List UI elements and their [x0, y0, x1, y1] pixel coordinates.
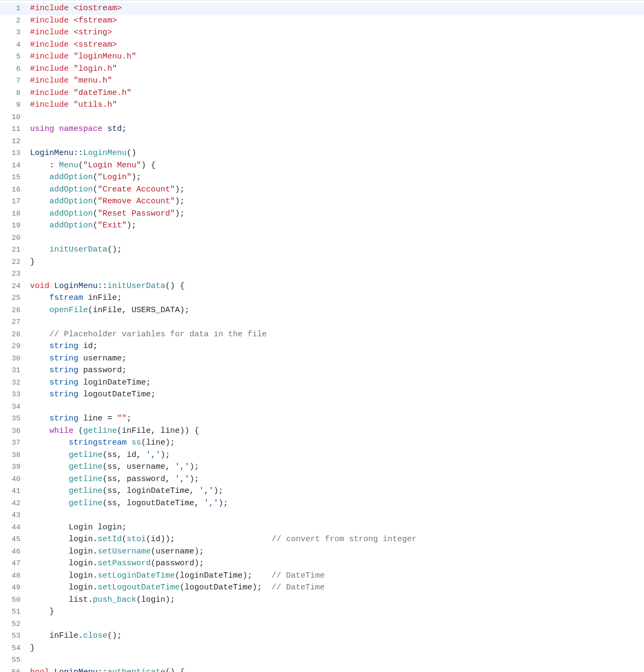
- code-line[interactable]: LoginMenu::LoginMenu(): [28, 147, 644, 160]
- code-line[interactable]: login.setPassword(password);: [28, 558, 644, 570]
- line-number-gutter: 1234567891011121314151617181920212223242…: [0, 1, 28, 672]
- code-line[interactable]: login.setUsername(username);: [28, 546, 644, 558]
- code-line[interactable]: #include "dateTime.h": [28, 87, 644, 100]
- code-token: ',': [175, 462, 189, 471]
- code-line[interactable]: string password;: [28, 365, 644, 377]
- code-line[interactable]: addOption("Reset Password");: [28, 208, 644, 220]
- code-token: [30, 209, 49, 218]
- code-token: [30, 306, 49, 315]
- code-token: LoginMenu: [83, 149, 127, 158]
- line-number: 22: [0, 256, 28, 269]
- code-line[interactable]: while (getline(inFile, line)) {: [28, 425, 644, 438]
- code-token: while: [49, 426, 74, 435]
- code-token: (username);: [151, 547, 204, 556]
- code-line[interactable]: #include "menu.h": [28, 75, 644, 87]
- line-number: 56: [0, 667, 28, 673]
- line-number: 9: [0, 99, 28, 112]
- code-line[interactable]: #include <string>: [28, 27, 644, 39]
- code-line[interactable]: #include "utils.h": [28, 99, 644, 112]
- code-token: [30, 462, 69, 471]
- code-line[interactable]: #include <sstream>: [28, 39, 644, 51]
- code-area[interactable]: #include <iostream>#include <fstream>#in…: [28, 1, 644, 672]
- code-token: (ss, id,: [103, 451, 146, 460]
- code-line[interactable]: [28, 268, 644, 280]
- code-token: login.: [30, 535, 98, 544]
- line-number: 7: [0, 75, 28, 87]
- code-token: (loginDateTime);: [175, 571, 272, 580]
- line-number: 39: [0, 461, 28, 474]
- code-line[interactable]: bool LoginMenu::authenticate() {: [28, 667, 644, 673]
- code-line[interactable]: }: [28, 643, 644, 655]
- code-line[interactable]: string logoutDateTime;: [28, 389, 644, 401]
- code-token: [30, 197, 49, 206]
- code-line[interactable]: [28, 618, 644, 631]
- code-token: line =: [78, 414, 117, 423]
- code-line[interactable]: getline(ss, password, ',');: [28, 474, 644, 486]
- code-token: "Create Account": [98, 185, 175, 194]
- code-line[interactable]: openFile(inFile, USERS_DATA);: [28, 305, 644, 317]
- line-number: 2: [0, 15, 28, 27]
- code-token: (login);: [136, 595, 175, 604]
- code-token: ();: [107, 245, 122, 254]
- code-token: :: [30, 161, 59, 170]
- code-line[interactable]: [28, 232, 644, 245]
- code-line[interactable]: stringstream ss(line);: [28, 437, 644, 449]
- code-line[interactable]: #include "login.h": [28, 63, 644, 76]
- code-token: (: [74, 426, 83, 435]
- code-line[interactable]: #include "loginMenu.h": [28, 51, 644, 63]
- code-line[interactable]: [28, 316, 644, 329]
- code-token: ',': [204, 499, 218, 508]
- code-line[interactable]: }: [28, 606, 644, 618]
- code-line[interactable]: : Menu("Login Menu") {: [28, 160, 644, 172]
- code-line[interactable]: void LoginMenu::initUserData() {: [28, 280, 644, 293]
- code-line[interactable]: [28, 654, 644, 667]
- code-line[interactable]: // Placeholder variables for data in the…: [28, 329, 644, 341]
- code-token: (: [78, 161, 83, 170]
- code-line[interactable]: Login login;: [28, 522, 644, 534]
- code-line[interactable]: getline(ss, username, ',');: [28, 461, 644, 474]
- code-token: [30, 366, 49, 375]
- code-line[interactable]: addOption("Login");: [28, 172, 644, 184]
- code-line[interactable]: fstream inFile;: [28, 292, 644, 305]
- code-line[interactable]: addOption("Remove Account");: [28, 196, 644, 208]
- code-line[interactable]: [28, 112, 644, 124]
- code-line[interactable]: #include <iostream>: [28, 3, 644, 15]
- code-line[interactable]: getline(ss, logoutDateTime, ',');: [28, 498, 644, 510]
- line-number: 21: [0, 244, 28, 256]
- code-line[interactable]: string username;: [28, 353, 644, 365]
- code-token: setLoginDateTime: [98, 571, 175, 580]
- code-token: string: [49, 414, 78, 423]
- code-line[interactable]: string id;: [28, 341, 644, 353]
- code-line[interactable]: login.setId(stoi(id)); // convert from s…: [28, 534, 644, 546]
- line-number: 37: [0, 437, 28, 449]
- code-token: fstream: [49, 293, 83, 302]
- code-token: LoginMenu: [54, 668, 98, 673]
- code-line[interactable]: getline(ss, loginDateTime, ',');: [28, 485, 644, 498]
- code-line[interactable]: string line = "";: [28, 413, 644, 425]
- code-line[interactable]: [28, 509, 644, 522]
- code-token: [30, 486, 69, 496]
- code-token: addOption: [49, 185, 93, 194]
- code-line[interactable]: addOption("Exit");: [28, 220, 644, 232]
- code-line[interactable]: }: [28, 256, 644, 269]
- code-token: (): [127, 149, 136, 158]
- code-token: ',': [199, 486, 214, 496]
- code-line[interactable]: list.push_back(login);: [28, 594, 644, 607]
- code-line[interactable]: using namespace std;: [28, 123, 644, 136]
- code-line[interactable]: inFile.close();: [28, 630, 644, 643]
- code-line[interactable]: [28, 401, 644, 413]
- code-line[interactable]: getline(ss, id, ',');: [28, 449, 644, 462]
- line-number: 1: [0, 3, 28, 15]
- code-token: (: [93, 197, 98, 206]
- code-line[interactable]: string loginDateTime;: [28, 377, 644, 389]
- code-line[interactable]: addOption("Create Account");: [28, 184, 644, 196]
- line-number: 28: [0, 329, 28, 341]
- code-line[interactable]: login.setLoginDateTime(loginDateTime); /…: [28, 570, 644, 582]
- code-line[interactable]: [28, 136, 644, 148]
- code-token: );: [189, 475, 199, 484]
- code-token: [30, 221, 49, 230]
- code-line[interactable]: #include <fstream>: [28, 15, 644, 27]
- line-number: 23: [0, 268, 28, 280]
- code-line[interactable]: initUserData();: [28, 244, 644, 256]
- code-line[interactable]: login.setLogoutDateTime(logoutDateTime);…: [28, 582, 644, 594]
